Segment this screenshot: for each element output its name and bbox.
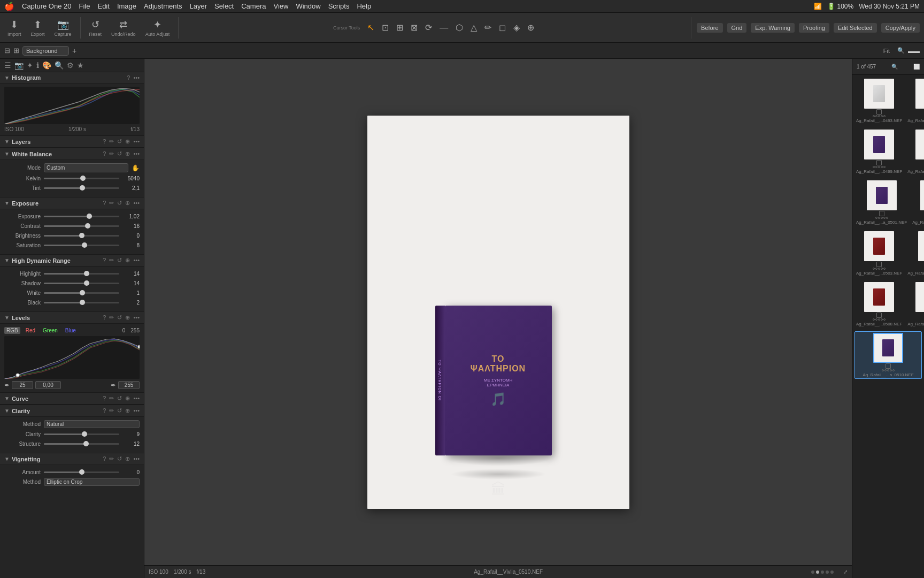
clarity-edit-icon[interactable]: ✏ (109, 407, 114, 414)
exposure-slider[interactable] (44, 212, 119, 220)
wb-edit-icon[interactable]: ✏ (109, 150, 114, 157)
levels-eyedropper-black[interactable]: ✒ (4, 382, 10, 389)
background-selector[interactable]: Background (22, 46, 69, 56)
before-button[interactable]: Before (697, 23, 722, 33)
histogram-section-header[interactable]: ▼ Histogram ? ••• (0, 72, 144, 83)
white-balance-section-header[interactable]: ▼ White Balance ? ✏ ↺ ⊕ ••• (0, 148, 144, 160)
histogram-more-icon[interactable]: ••• (133, 74, 140, 81)
clarity-copy-icon[interactable]: ⊕ (125, 407, 130, 414)
panel-icon-adjustments[interactable]: ✦ (27, 61, 33, 70)
curve-reset-icon[interactable]: ↺ (117, 395, 122, 402)
menu-file[interactable]: File (79, 2, 90, 10)
add-layer-button[interactable]: + (72, 47, 76, 55)
layers-help-icon[interactable]: ? (103, 138, 106, 145)
panel-icon-search[interactable]: 🔍 (55, 61, 64, 70)
exposure-copy-icon[interactable]: ⊕ (125, 200, 130, 207)
menu-help[interactable]: Help (357, 2, 371, 10)
import-button[interactable]: ⬇ Import (4, 18, 25, 38)
zoom-slider[interactable]: ▬▬ (908, 48, 920, 54)
contrast-slider[interactable] (44, 222, 119, 230)
copy-apply-button[interactable]: Copy/Apply (881, 23, 920, 33)
rotate-tool[interactable]: ⟳ (423, 20, 434, 35)
structure-slider[interactable] (44, 440, 119, 447)
thumb-checkbox-0508[interactable] (876, 313, 882, 318)
hdr-copy-icon[interactable]: ⊕ (125, 257, 130, 264)
select-cursor-tool[interactable]: ↖ (365, 20, 376, 35)
clarity-help-icon[interactable]: ? (103, 407, 106, 414)
menu-edit[interactable]: Edit (97, 2, 109, 10)
wb-help-icon[interactable]: ? (103, 150, 106, 157)
image-area[interactable]: ΤΟ ΨΑΛΤΗΡΙΟΝ ΟΙ ΤΟΨΑΛΤΗΡΙΟΝ ΜΕ ΣΥΝΤΟΜΗΕΡ… (144, 59, 852, 565)
clarity-method-select[interactable]: Natural Punch Neutral (44, 420, 140, 428)
levels-help-icon[interactable]: ? (103, 314, 106, 321)
panel-icon-color[interactable]: 🎨 (42, 61, 51, 70)
menu-window[interactable]: Window (296, 2, 320, 10)
exposure-section-header[interactable]: ▼ Exposure ? ✏ ↺ ⊕ ••• (0, 197, 144, 209)
brightness-slider[interactable] (44, 232, 119, 239)
wb-more-icon[interactable]: ••• (133, 150, 140, 157)
erase-tool[interactable]: ◻ (497, 20, 508, 35)
crop-tool[interactable]: ⊡ (380, 20, 391, 35)
hdr-help-icon[interactable]: ? (103, 257, 106, 264)
gradient-tool[interactable]: △ (468, 20, 479, 35)
wb-reset-icon[interactable]: ↺ (117, 150, 122, 157)
clarity-more-icon[interactable]: ••• (133, 407, 140, 414)
menu-image[interactable]: Image (117, 2, 136, 10)
wb-copy-icon[interactable]: ⊕ (125, 150, 130, 157)
status-expand-icon[interactable]: ⤢ (843, 569, 848, 575)
thumb-item-0509[interactable]: Ag_Rafail__...0509.NEF (906, 280, 924, 328)
thumb-checkbox-0501[interactable] (879, 211, 884, 216)
layers-reset-icon[interactable]: ↺ (117, 138, 122, 145)
layers-section-header[interactable]: ▼ Layers ? ✏ ↺ ⊕ ••• (0, 136, 144, 148)
highlight-slider[interactable] (44, 270, 119, 277)
apple-menu[interactable]: 🍎 (4, 2, 14, 11)
levels-tab-red[interactable]: Red (24, 327, 37, 334)
vignetting-section-header[interactable]: ▼ Vignetting ? ✏ ↺ ⊕ ••• (0, 453, 144, 465)
levels-tab-rgb[interactable]: RGB (4, 327, 20, 334)
vignetting-copy-icon[interactable]: ⊕ (125, 455, 130, 462)
thumb-checkbox-0510[interactable] (886, 363, 891, 369)
thumb-item-0498[interactable]: Ag_Rafail__...0498.NEF (906, 77, 924, 125)
thumb-checkbox-0503[interactable] (876, 262, 882, 267)
thumbnail-expand-icon[interactable]: ⬜ (913, 64, 920, 70)
auto-adjust-button[interactable]: ✦ Auto Adjust (142, 18, 173, 38)
black-slider[interactable] (44, 299, 119, 306)
transform-tool[interactable]: ⊠ (409, 20, 420, 35)
vignetting-method-select[interactable]: Elliptic on Crop Circular Lens Cast (44, 478, 140, 486)
panel-icon-star[interactable]: ★ (77, 61, 84, 70)
vignetting-reset-icon[interactable]: ↺ (117, 455, 122, 462)
wb-mode-select[interactable]: Custom Auto Daylight Cloudy Shade Tungst… (44, 163, 128, 172)
shadow-slider[interactable] (44, 279, 119, 287)
wb-kelvin-slider[interactable] (44, 174, 119, 182)
curve-edit-icon[interactable]: ✏ (109, 395, 114, 402)
wb-eyedropper-icon[interactable]: ✋ (132, 164, 140, 172)
menu-view[interactable]: View (273, 2, 288, 10)
thumb-item-0508[interactable]: Ag_Rafail__...0508.NEF (854, 280, 904, 328)
picker-tool[interactable]: ✏ (482, 20, 494, 35)
thumb-item-0507[interactable]: Ag_Rafail__...a_0507.NEF (906, 230, 924, 277)
levels-reset-icon[interactable]: ↺ (117, 314, 122, 321)
menu-adjustments[interactable]: Adjustments (144, 2, 182, 10)
clarity-slider[interactable] (44, 430, 119, 438)
panel-icon-camera[interactable]: 📷 (14, 61, 24, 70)
hdr-reset-icon[interactable]: ↺ (117, 257, 122, 264)
levels-copy-icon[interactable]: ⊕ (125, 314, 130, 321)
export-button[interactable]: ⬆ Export (28, 18, 48, 38)
exposure-reset-icon[interactable]: ↺ (117, 200, 122, 207)
straighten-tool[interactable]: ⊞ (394, 20, 405, 35)
exposure-help-icon[interactable]: ? (103, 200, 106, 207)
vignetting-help-icon[interactable]: ? (103, 455, 106, 462)
thumb-item-0503[interactable]: Ag_Rafail__...0503.NEF (854, 230, 904, 277)
reset-button[interactable]: ↺ Reset (86, 18, 105, 38)
undo-redo-button[interactable]: ⇄ Undo/Redo (108, 18, 139, 38)
layers-copy-icon[interactable]: ⊕ (125, 138, 130, 145)
levels-input-low[interactable] (12, 381, 33, 389)
thumb-item-0502[interactable]: Ag_Rafail__...0502.NEF (911, 179, 924, 226)
saturation-slider[interactable] (44, 241, 119, 249)
layers-edit-icon[interactable]: ✏ (109, 138, 114, 145)
clarity-section-header[interactable]: ▼ Clarity ? ✏ ↺ ⊕ ••• (0, 405, 144, 417)
curve-help-icon[interactable]: ? (103, 395, 106, 402)
view-single[interactable]: ⊟ (4, 47, 10, 55)
vignetting-more-icon[interactable]: ••• (133, 455, 140, 462)
wb-picker-tool[interactable]: ◈ (511, 20, 522, 35)
